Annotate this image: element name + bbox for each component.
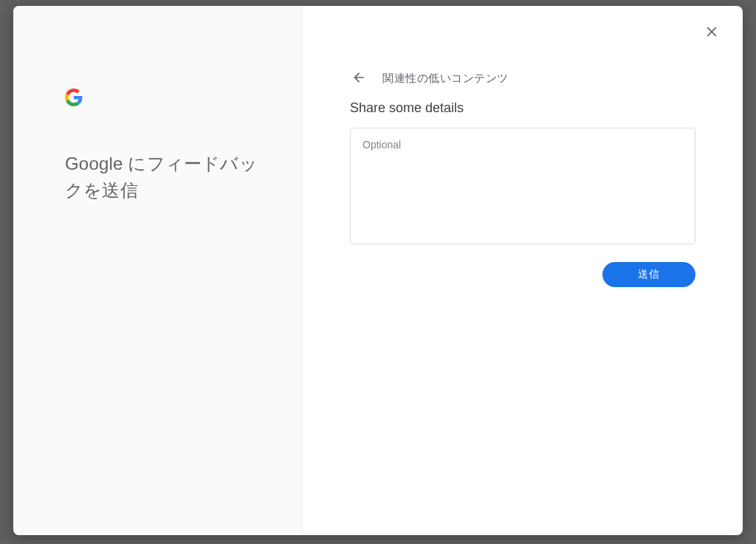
- breadcrumb-row: 関連性の低いコンテンツ: [350, 69, 695, 87]
- actions-row: 送信: [350, 262, 695, 287]
- send-button[interactable]: 送信: [602, 262, 695, 287]
- arrow-left-icon: [351, 70, 366, 87]
- details-textarea[interactable]: [350, 128, 695, 244]
- left-panel: Google にフィードバックを送信: [13, 6, 303, 535]
- close-icon: [704, 24, 719, 41]
- close-button[interactable]: [701, 22, 722, 43]
- back-button[interactable]: [350, 69, 368, 87]
- feedback-modal: Google にフィードバックを送信 関連性の低いコンテンツ Share so: [13, 6, 743, 535]
- google-logo-icon: [65, 89, 83, 106]
- section-title: Share some details: [350, 100, 695, 116]
- breadcrumb-text: 関連性の低いコンテンツ: [382, 72, 509, 86]
- feedback-title: Google にフィードバックを送信: [65, 151, 267, 204]
- right-panel: 関連性の低いコンテンツ Share some details 送信: [303, 6, 743, 535]
